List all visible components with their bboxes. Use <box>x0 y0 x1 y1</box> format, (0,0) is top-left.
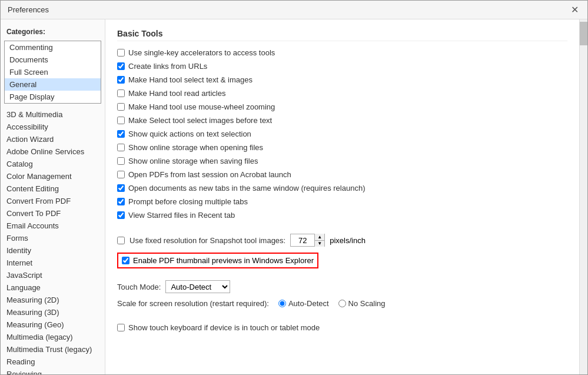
sidebar-item-javascript[interactable]: JavaScript <box>1 269 105 281</box>
checkbox-open-last[interactable] <box>117 171 125 178</box>
snapshot-value-input[interactable] <box>291 234 314 246</box>
sidebar-item-email-accounts[interactable]: Email Accounts <box>1 220 105 232</box>
checkbox-row-select-images: Make Select tool select images before te… <box>117 116 567 125</box>
checkbox-hand-articles[interactable] <box>117 89 125 97</box>
sidebar-item-convert-from-pdf[interactable]: Convert From PDF <box>1 195 105 207</box>
close-button[interactable]: ✕ <box>566 2 583 18</box>
sidebar-item-accessibility[interactable]: Accessibility <box>1 121 105 133</box>
checkbox-prompt-close[interactable] <box>117 198 125 205</box>
thumbnail-highlight-box: Enable PDF thumbnail previews in Windows… <box>117 253 318 268</box>
scrollbar[interactable] <box>579 19 587 374</box>
label-online-open: Show online storage when opening files <box>128 143 263 152</box>
checkbox-hand-zoom[interactable] <box>117 103 125 111</box>
snapshot-spinner: ▲ ▼ <box>290 234 325 247</box>
sidebar-item-commenting[interactable]: Commenting <box>5 41 101 54</box>
main-panel: Basic Tools Use single-key accelerators … <box>105 19 579 374</box>
label-scale-auto: Auto-Detect <box>288 299 329 308</box>
label-quick-actions: Show quick actions on text selection <box>128 130 251 138</box>
touch-mode-row: Touch Mode: Auto-Detect Always Never <box>117 280 567 293</box>
checkbox-select-images[interactable] <box>117 117 125 124</box>
checkbox-row-hand-select: Make Hand tool select text & images <box>117 75 567 84</box>
sidebar-item-reading[interactable]: Reading <box>1 356 105 368</box>
label-hand-articles: Make Hand tool read articles <box>128 89 225 98</box>
content-area: Categories: Commenting Documents Full Sc… <box>1 19 587 374</box>
checkbox-row-create-links: Create links from URLs <box>117 62 567 71</box>
checkbox-row-quick-actions: Show quick actions on text selection <box>117 130 567 138</box>
sidebar-item-3d[interactable]: 3D & Multimedia <box>1 108 105 121</box>
checkbox-online-save[interactable] <box>117 157 125 165</box>
sidebar-item-reviewing[interactable]: Reviewing <box>1 368 105 374</box>
checkbox-online-open[interactable] <box>117 144 125 151</box>
sidebar-item-multimedia-trust[interactable]: Multimedia Trust (legacy) <box>1 343 105 356</box>
snapshot-unit-label: pixels/inch <box>330 236 366 245</box>
scale-auto-detect: Auto-Detect <box>278 299 329 308</box>
sidebar-item-general[interactable]: General <box>5 78 101 91</box>
checkbox-hand-select[interactable] <box>117 76 125 84</box>
sidebar-item-measuring-2d[interactable]: Measuring (2D) <box>1 294 105 306</box>
checkbox-snapshot[interactable] <box>117 237 125 244</box>
snapshot-spin-up[interactable]: ▲ <box>315 234 324 240</box>
touch-mode-label: Touch Mode: <box>117 283 161 291</box>
sidebar-item-page-display[interactable]: Page Display <box>5 91 101 103</box>
checkbox-row-hand-articles: Make Hand tool read articles <box>117 89 567 98</box>
checkbox-quick-actions[interactable] <box>117 130 125 138</box>
label-select-images: Make Select tool select images before te… <box>128 116 272 125</box>
sidebar-item-adobe-online[interactable]: Adobe Online Services <box>1 145 105 158</box>
scale-radio-group: Auto-Detect No Scaling <box>278 299 386 308</box>
scale-row: Scale for screen resolution (restart req… <box>117 299 567 308</box>
touch-mode-select[interactable]: Auto-Detect Always Never <box>165 280 230 293</box>
sidebar-item-internet[interactable]: Internet <box>1 257 105 269</box>
sidebar-item-full-screen[interactable]: Full Screen <box>5 66 101 78</box>
snapshot-spin-buttons: ▲ ▼ <box>314 234 324 247</box>
label-single-key: Use single-key accelerators to access to… <box>128 48 275 57</box>
label-open-tabs: Open documents as new tabs in the same w… <box>128 184 366 193</box>
sidebar-top-group: Commenting Documents Full Screen General… <box>4 41 101 104</box>
sidebar-item-multimedia-legacy[interactable]: Multimedia (legacy) <box>1 331 105 343</box>
snapshot-spin-down[interactable]: ▼ <box>315 240 324 247</box>
sidebar-item-color-management[interactable]: Color Management <box>1 170 105 182</box>
sidebar-item-identity[interactable]: Identity <box>1 244 105 257</box>
checkbox-create-links[interactable] <box>117 62 125 70</box>
snapshot-row: Use fixed resolution for Snapshot tool i… <box>117 234 567 247</box>
sidebar-item-convert-to-pdf[interactable]: Convert To PDF <box>1 207 105 220</box>
sidebar-item-content-editing[interactable]: Content Editing <box>1 182 105 195</box>
sidebar-item-measuring-geo[interactable]: Measuring (Geo) <box>1 318 105 331</box>
radio-scale-none[interactable] <box>338 300 346 307</box>
title-bar: Preferences ✕ <box>1 1 587 19</box>
checkbox-thumbnail[interactable] <box>122 257 129 264</box>
checkbox-row-online-open: Show online storage when opening files <box>117 143 567 152</box>
radio-scale-auto[interactable] <box>278 300 286 307</box>
sidebar-item-measuring-3d[interactable]: Measuring (3D) <box>1 306 105 318</box>
label-online-save: Show online storage when saving files <box>128 157 258 165</box>
checkbox-row-open-tabs: Open documents as new tabs in the same w… <box>117 184 567 193</box>
label-view-starred: View Starred files in Recent tab <box>128 211 235 220</box>
scroll-thumb[interactable] <box>580 22 587 45</box>
checkbox-row-keyboard: Show touch keyboard if device is in touc… <box>117 323 567 332</box>
label-open-last: Open PDFs from last session on Acrobat l… <box>128 170 291 179</box>
sidebar-item-documents[interactable]: Documents <box>5 54 101 66</box>
label-hand-select: Make Hand tool select text & images <box>128 75 253 84</box>
checkbox-open-tabs[interactable] <box>117 184 125 192</box>
sidebar-item-language[interactable]: Language <box>1 281 105 294</box>
label-thumbnail: Enable PDF thumbnail previews in Windows… <box>133 256 314 265</box>
checkbox-row-single-key: Use single-key accelerators to access to… <box>117 48 567 57</box>
label-keyboard: Show touch keyboard if device is in touc… <box>128 323 320 332</box>
section-title: Basic Tools <box>117 29 567 41</box>
scale-label: Scale for screen resolution (restart req… <box>117 299 269 308</box>
thumbnail-container: Enable PDF thumbnail previews in Windows… <box>117 253 567 274</box>
sidebar-item-forms[interactable]: Forms <box>1 232 105 244</box>
scale-no-scaling: No Scaling <box>338 299 386 308</box>
checkbox-single-key[interactable] <box>117 49 125 57</box>
label-prompt-close: Prompt before closing multiple tabs <box>128 197 248 206</box>
sidebar-item-catalog[interactable]: Catalog <box>1 158 105 170</box>
label-create-links: Create links from URLs <box>128 62 207 71</box>
checkbox-row-online-save: Show online storage when saving files <box>117 157 567 165</box>
categories-label: Categories: <box>1 24 105 38</box>
sidebar: Categories: Commenting Documents Full Sc… <box>1 19 105 374</box>
checkbox-row-view-starred: View Starred files in Recent tab <box>117 211 567 220</box>
label-snapshot: Use fixed resolution for Snapshot tool i… <box>129 236 285 245</box>
checkbox-view-starred[interactable] <box>117 211 125 219</box>
preferences-window: Preferences ✕ Categories: Commenting Doc… <box>0 0 588 375</box>
sidebar-item-action-wizard[interactable]: Action Wizard <box>1 133 105 145</box>
checkbox-keyboard[interactable] <box>117 324 125 331</box>
